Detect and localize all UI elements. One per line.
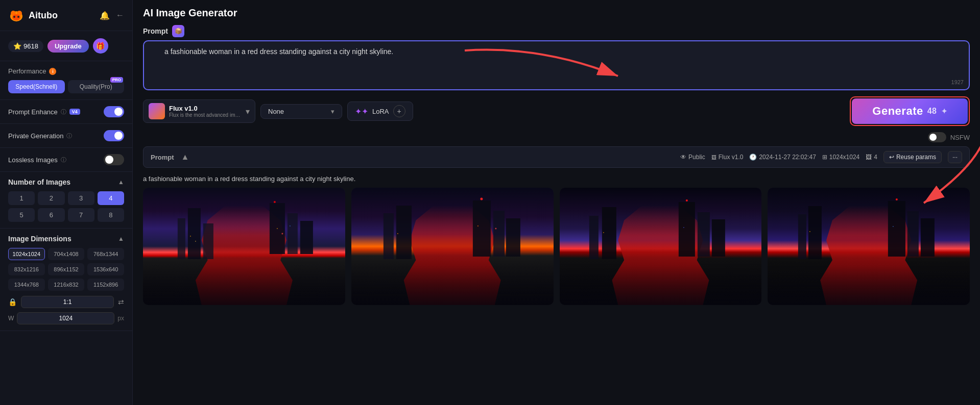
resolution-icon: ⊞ bbox=[822, 154, 827, 161]
result-prompt-label: Prompt bbox=[151, 154, 174, 161]
dim-1024x1024[interactable]: 1024x1024 bbox=[8, 248, 45, 260]
speed-button[interactable]: Speed(Schnell) bbox=[8, 80, 65, 93]
num-6-button[interactable]: 6 bbox=[38, 208, 64, 222]
num-4-button[interactable]: 4 bbox=[98, 191, 124, 205]
dimensions-grid: 1024x1024 704x1408 768x1344 832x1216 896… bbox=[8, 248, 124, 291]
svg-rect-23 bbox=[506, 218, 520, 257]
svg-point-27 bbox=[495, 228, 496, 230]
main-content: AI Image Generator Prompt 📦 a fashionabl… bbox=[133, 0, 980, 405]
svg-point-24 bbox=[480, 198, 483, 200]
quality-button[interactable]: Quality(Pro) PRO bbox=[68, 80, 125, 93]
prompt-meta: 👁 Public 🖼 Flux v1.0 🕐 2024-11-27 22:02:… bbox=[680, 151, 962, 163]
num-5-button[interactable]: 5 bbox=[8, 208, 35, 222]
back-icon[interactable]: ← bbox=[116, 11, 124, 20]
info-icon: ⓘ bbox=[61, 108, 66, 116]
svg-point-34 bbox=[603, 232, 604, 233]
num-2-button[interactable]: 2 bbox=[38, 191, 64, 205]
width-input[interactable] bbox=[17, 312, 114, 324]
svg-rect-12 bbox=[300, 221, 313, 254]
images-grid bbox=[143, 188, 970, 305]
image-4[interactable] bbox=[768, 188, 970, 305]
svg-point-17 bbox=[281, 233, 283, 235]
performance-label: Performance i bbox=[8, 67, 124, 75]
generate-wrapper: Generate 48 ✦ bbox=[850, 96, 970, 126]
dim-1216x832[interactable]: 1216x832 bbox=[48, 279, 85, 291]
upgrade-button[interactable]: Upgrade bbox=[47, 40, 89, 53]
cityscape-svg-2 bbox=[351, 188, 554, 305]
model-meta: 🖼 Flux v1.0 bbox=[711, 154, 744, 161]
lossless-images-label: Lossless Images ⓘ bbox=[8, 156, 66, 164]
prompt-textarea[interactable]: a fashionable woman in a red dress stand… bbox=[144, 41, 969, 87]
svg-rect-31 bbox=[697, 212, 709, 257]
ratio-row: 🔒 ⇄ bbox=[8, 296, 124, 308]
svg-point-33 bbox=[685, 199, 687, 201]
image-2-placeholder bbox=[351, 188, 554, 305]
lossless-images-toggle[interactable] bbox=[104, 154, 124, 165]
dim-1152x896[interactable]: 1152x896 bbox=[87, 279, 124, 291]
dim-768x1344[interactable]: 768x1344 bbox=[87, 248, 124, 260]
performance-info-icon[interactable]: i bbox=[49, 68, 56, 75]
generate-outer-border: Generate 48 ✦ bbox=[850, 96, 970, 126]
svg-rect-38 bbox=[888, 201, 905, 257]
v4-badge: V4 bbox=[69, 109, 80, 115]
image-3[interactable] bbox=[560, 188, 762, 305]
generate-button[interactable]: Generate 48 ✦ bbox=[852, 98, 968, 124]
num-8-button[interactable]: 8 bbox=[98, 208, 124, 222]
svg-point-5 bbox=[17, 16, 19, 18]
num-3-button[interactable]: 3 bbox=[68, 191, 94, 205]
ratio-input[interactable] bbox=[21, 296, 114, 308]
private-generation-toggle[interactable] bbox=[104, 130, 124, 141]
svg-rect-28 bbox=[589, 216, 598, 259]
model-chevron-icon: ▾ bbox=[246, 107, 250, 116]
eye-icon: 👁 bbox=[680, 154, 686, 161]
image-dimensions-header[interactable]: Image Dimensions ▲ bbox=[8, 235, 124, 243]
num-7-button[interactable]: 7 bbox=[68, 208, 94, 222]
gift-button[interactable]: 🎁 bbox=[93, 38, 108, 54]
svg-point-25 bbox=[397, 233, 398, 234]
width-row: W px bbox=[8, 312, 124, 324]
prompt-enhance-toggle[interactable] bbox=[104, 106, 124, 117]
svg-point-4 bbox=[13, 16, 15, 18]
reuse-params-button[interactable]: ↩ Reuse params bbox=[883, 151, 942, 163]
private-info-icon: ⓘ bbox=[66, 132, 72, 140]
svg-rect-8 bbox=[188, 208, 201, 259]
cityscape-svg-3 bbox=[560, 188, 762, 305]
star-icon: ⭐ bbox=[13, 42, 21, 50]
svg-rect-30 bbox=[678, 202, 695, 257]
prompt-collapse-icon[interactable]: ▲ bbox=[181, 153, 189, 162]
lock-icon[interactable]: 🔒 bbox=[8, 298, 17, 306]
main-header: AI Image Generator bbox=[133, 0, 980, 25]
result-prompt-bar: Prompt ▲ 👁 Public 🖼 Flux v1.0 🕐 2024-11-… bbox=[143, 146, 970, 168]
credits-value: 9618 bbox=[23, 42, 38, 50]
add-lora-button[interactable]: + bbox=[393, 105, 405, 117]
count-meta: 🖼 4 bbox=[866, 154, 877, 161]
image-2[interactable] bbox=[351, 188, 554, 305]
visibility-meta: 👁 Public bbox=[680, 154, 705, 161]
image-4-placeholder bbox=[768, 188, 970, 305]
filter-select[interactable]: None ▾ bbox=[260, 104, 342, 119]
dim-1536x640[interactable]: 1536x640 bbox=[87, 263, 124, 275]
number-of-images-header[interactable]: Number of Images ▲ bbox=[8, 178, 124, 186]
dim-704x1408[interactable]: 704x1408 bbox=[48, 248, 85, 260]
swap-icon[interactable]: ⇄ bbox=[118, 298, 124, 306]
number-of-images-title: Number of Images bbox=[8, 178, 70, 186]
svg-point-13 bbox=[274, 201, 276, 203]
image-1[interactable] bbox=[143, 188, 345, 305]
prompt-icon: 📦 bbox=[172, 25, 184, 37]
dim-1344x768[interactable]: 1344x768 bbox=[8, 279, 45, 291]
model-select[interactable]: Flux v1.0 Flux is the most advanced imag… bbox=[143, 99, 255, 123]
dim-896x1152[interactable]: 896x1152 bbox=[48, 263, 85, 275]
svg-point-26 bbox=[477, 225, 479, 226]
prompt-enhance-row: Prompt Enhance ⓘ V4 bbox=[0, 100, 132, 124]
sidebar-header: Aitubo 🔔 ← bbox=[0, 0, 132, 31]
nsfw-toggle[interactable] bbox=[928, 132, 946, 142]
date-meta: 🕐 2024-11-27 22:02:47 bbox=[749, 154, 816, 161]
header-icons: 🔔 ← bbox=[100, 11, 124, 20]
svg-point-18 bbox=[290, 225, 291, 226]
more-options-button[interactable]: ··· bbox=[948, 151, 962, 163]
dim-832x1216[interactable]: 832x1216 bbox=[8, 263, 45, 275]
num-1-button[interactable]: 1 bbox=[8, 191, 35, 205]
svg-rect-37 bbox=[808, 206, 822, 259]
bell-icon[interactable]: 🔔 bbox=[100, 11, 110, 20]
credits-badge: ⭐ 9618 bbox=[8, 40, 43, 52]
